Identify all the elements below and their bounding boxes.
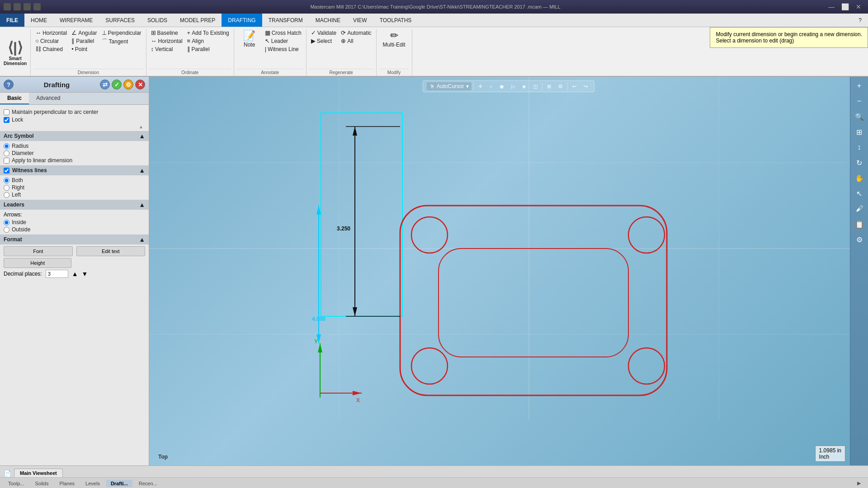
font-button[interactable]: Font: [4, 246, 73, 256]
nav-drafti[interactable]: Drafti...: [106, 480, 132, 487]
parallel-dim-button[interactable]: ∥ Parallel: [70, 37, 99, 45]
note-button[interactable]: 📝 Note: [237, 29, 262, 50]
window-controls[interactable]: — ⬜ ✕: [826, 2, 864, 11]
rt-rotate[interactable]: ↻: [852, 155, 867, 170]
arc-symbol-header[interactable]: Arc Symbol ▲: [0, 131, 149, 141]
chained-dim-button[interactable]: ⛓ Chained: [33, 45, 69, 53]
rt-settings2[interactable]: ⚙: [852, 232, 867, 247]
tangent-dim-button[interactable]: ⌒ Tangent: [100, 37, 143, 46]
all-button[interactable]: ⊕ All: [339, 37, 373, 45]
rt-pan[interactable]: ✋: [852, 171, 867, 185]
point-dim-button[interactable]: • Point: [70, 45, 99, 53]
baseline-button[interactable]: ⊞ Baseline: [149, 29, 184, 37]
maximize-button[interactable]: ⬜: [839, 2, 851, 11]
leader-button[interactable]: ↖ Leader: [263, 37, 303, 45]
right-radio[interactable]: [4, 185, 9, 191]
dim-col-3: ⊥ Perpendicular ⌒ Tangent: [100, 29, 143, 46]
lock-checkbox[interactable]: [4, 117, 9, 123]
rt-paint[interactable]: 🖌: [852, 202, 867, 216]
menu-solids[interactable]: SOLIDS: [141, 14, 174, 27]
rt-minus[interactable]: −: [852, 94, 867, 108]
panel-arrows-button[interactable]: ⇄: [100, 80, 110, 89]
horizontal-dim-button[interactable]: ↔ Horizontal: [33, 29, 69, 37]
regenerate-group: ✓ Validate ▶ Select ⟳ Automatic ⊕: [307, 29, 377, 76]
decimal-down[interactable]: ▼: [82, 270, 88, 277]
menu-machine[interactable]: MACHINE: [309, 14, 347, 27]
panel-help-button[interactable]: ?: [4, 80, 14, 89]
rt-select2[interactable]: ↖: [852, 186, 867, 201]
tab-basic[interactable]: Basic: [0, 93, 29, 104]
panel-apply-button[interactable]: ⚙: [123, 80, 133, 89]
format-header[interactable]: Format ▲: [0, 235, 149, 244]
menu-home[interactable]: HOME: [24, 14, 53, 27]
panel-ok-button[interactable]: ✓: [112, 80, 122, 89]
menu-wireframe[interactable]: WIREFRAME: [53, 14, 99, 27]
rt-plus[interactable]: +: [852, 79, 867, 93]
tangent-dim-icon: ⌒: [102, 38, 108, 46]
automatic-button[interactable]: ⟳ Automatic: [339, 29, 373, 37]
nav-expand[interactable]: ▶: [854, 480, 864, 486]
perpendicular-dim-button[interactable]: ⊥ Perpendicular: [100, 29, 143, 37]
ord-parallel-button[interactable]: ∥ Parallel: [185, 45, 231, 53]
corner-circle-br: [628, 348, 665, 384]
ord-vertical-button[interactable]: ↕ Vertical: [149, 45, 184, 53]
rt-magnify[interactable]: 🔍: [852, 109, 867, 124]
ord-horizontal-button[interactable]: ↔ Horizontal: [149, 37, 184, 45]
rt-layers[interactable]: 📋: [852, 217, 867, 231]
rt-3d[interactable]: ↕: [852, 140, 867, 155]
smart-dimension-button[interactable]: ⟨|⟩ SmartDimension: [0, 29, 31, 76]
leaders-header[interactable]: Leaders ▲: [0, 200, 149, 210]
inside-radio[interactable]: [4, 220, 9, 225]
height-button[interactable]: Height: [4, 258, 71, 268]
tooltip-line2: Select a dimension to edit (drag): [716, 38, 862, 44]
scroll-indicator: ▲: [4, 124, 143, 129]
left-row: Left: [4, 192, 145, 198]
ord-col-2: + Add To Existing ≡ Align ∥ Parallel: [185, 29, 231, 53]
minimize-button[interactable]: —: [826, 2, 837, 11]
both-radio[interactable]: [4, 178, 9, 183]
nav-toolp[interactable]: Toolp...: [4, 480, 28, 487]
rt-fit[interactable]: ⊞: [852, 125, 867, 139]
edit-text-button[interactable]: Edit text: [76, 246, 146, 256]
crosshatch-button[interactable]: ▦ Cross Hatch: [263, 29, 303, 37]
witness-lines-checkbox[interactable]: [4, 168, 9, 174]
nav-planes[interactable]: Planes: [55, 480, 79, 487]
canvas-area[interactable]: 🖱 AutoCursor ▾ ✛ ○ ◉ ▷ ◈ ◫ ⊞ ⚙ ↩ ↪: [149, 77, 868, 465]
radius-radio[interactable]: [4, 143, 9, 149]
menu-drafting[interactable]: DRAFTING: [222, 14, 262, 27]
help-button[interactable]: ?: [852, 14, 868, 27]
panel-cancel-button[interactable]: ✕: [135, 80, 145, 89]
circular-dim-button[interactable]: ○ Circular: [33, 37, 69, 45]
menu-file[interactable]: FILE: [0, 14, 24, 27]
format-label: Format: [4, 236, 22, 243]
height-btn-row: Height: [4, 258, 145, 268]
menu-transform[interactable]: TRANSFORM: [262, 14, 309, 27]
menu-surfaces[interactable]: SURFACES: [99, 14, 141, 27]
decimal-input[interactable]: [46, 270, 68, 278]
ord-horiz-label: Horizontal: [158, 38, 183, 44]
nav-levels[interactable]: Levels: [81, 480, 104, 487]
witness-line-button[interactable]: | Witness Line: [263, 45, 303, 53]
tab-advanced[interactable]: Advanced: [29, 93, 67, 104]
align-button[interactable]: ≡ Align: [185, 37, 231, 45]
angular-dim-button[interactable]: ∠ Angular: [70, 29, 99, 37]
diameter-radio[interactable]: [4, 150, 9, 156]
decimal-up[interactable]: ▲: [72, 270, 78, 277]
menu-model-prep[interactable]: MODEL PREP: [174, 14, 222, 27]
close-button[interactable]: ✕: [853, 2, 864, 11]
witness-lines-header[interactable]: Witness lines ▲: [0, 165, 149, 175]
viewsheet-tab[interactable]: Main Viewsheet: [14, 469, 63, 477]
select-button[interactable]: ▶ Select: [309, 37, 338, 45]
undo-icon: [24, 3, 31, 10]
outside-radio[interactable]: [4, 227, 9, 233]
multi-edit-button[interactable]: ✏ Multi-Edit: [379, 29, 409, 50]
add-to-existing-button[interactable]: + Add To Existing: [185, 29, 231, 37]
nav-solids[interactable]: Solids: [30, 480, 53, 487]
maintain-perp-checkbox[interactable]: [4, 109, 9, 115]
validate-button[interactable]: ✓ Validate: [309, 29, 338, 37]
menu-toolpaths[interactable]: TOOLPATHS: [373, 14, 418, 27]
menu-view[interactable]: VIEW: [347, 14, 373, 27]
nav-recen[interactable]: Recen...: [134, 480, 162, 487]
apply-linear-checkbox[interactable]: [4, 158, 9, 164]
left-radio[interactable]: [4, 192, 9, 198]
